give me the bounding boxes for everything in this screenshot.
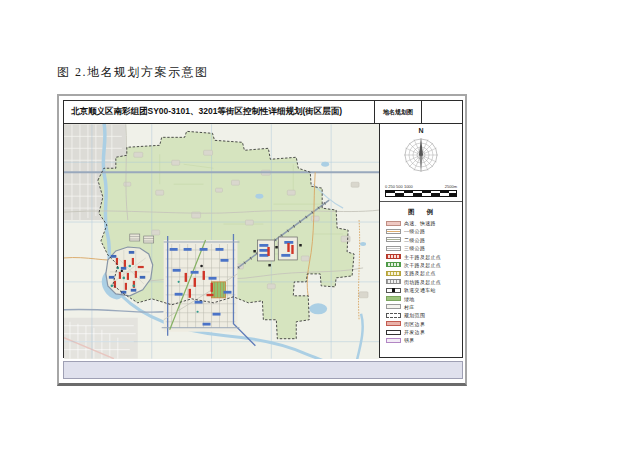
legend-item: 规划范围 (386, 312, 457, 318)
legend-label: 街坊路及起止点 (404, 279, 441, 285)
legend-item: 主干路及起止点 (386, 254, 457, 260)
document-page: 图 2.地名规划方案示意图 北京顺义区南彩组团SY00-3101、3201等街区… (0, 0, 640, 453)
legend-label: 主干路及起止点 (404, 254, 441, 260)
plan-sheet: 北京顺义区南彩组团SY00-3101、3201等街区控制性详细规划(街区层面) … (63, 100, 463, 358)
planning-map (64, 124, 379, 359)
legend-label: 一级公路 (404, 228, 425, 234)
legend-title: 图 例 (389, 208, 457, 217)
legend-swatch (386, 296, 401, 301)
legend-swatch (386, 338, 401, 343)
legend-swatch (386, 288, 401, 293)
legend-label: 绿地 (404, 296, 415, 302)
legend-item: 次干路及起止点 (386, 262, 457, 268)
sheet-label: 地名规划图 (374, 101, 421, 123)
legend-swatch (386, 221, 401, 226)
legend-label: 次干路及起止点 (404, 262, 441, 268)
pond-southeast (309, 303, 327, 314)
legend-label: 轨道交通车站 (404, 287, 436, 293)
legend-swatch (386, 262, 401, 267)
legend-label: 二级公路 (404, 237, 425, 243)
legend-label: 规划范围 (404, 312, 425, 318)
panel-divider (380, 201, 462, 202)
station-dot (200, 265, 203, 268)
scale-ticks: 0 250 500 1000 (385, 184, 413, 189)
legend-item: 高速、快速路 (386, 220, 457, 226)
station-dot (121, 270, 123, 272)
figure-caption: 图 2.地名规划方案示意图 (57, 64, 209, 81)
figure-frame: 北京顺义区南彩组团SY00-3101、3201等街区控制性详细规划(街区层面) … (57, 94, 467, 386)
legend-swatch (386, 330, 401, 335)
legend-item: 镇界 (386, 337, 457, 343)
legend-item: 二级公路 (386, 237, 457, 243)
legend-label: 支路及起止点 (404, 270, 436, 276)
legend-label: 村庄 (404, 304, 415, 310)
legend-swatch (386, 254, 401, 259)
legend-swatch (386, 321, 401, 326)
scale-bar: 0 250 500 1000 2500m (380, 183, 462, 201)
legend-item: 支路及起止点 (386, 270, 457, 276)
legend-item: 轨道交通车站 (386, 287, 457, 293)
legend-label: 街区边界 (404, 321, 425, 327)
sheet-title: 北京顺义区南彩组团SY00-3101、3201等街区控制性详细规划(街区层面) (64, 101, 374, 123)
legend-swatch (386, 229, 401, 234)
legend-panel: N (379, 124, 462, 357)
legend-item: 三级公路 (386, 245, 457, 251)
legend-swatch (386, 279, 401, 284)
legend-swatch (386, 304, 401, 309)
compass-rose-icon (400, 134, 442, 176)
legend-swatch (386, 246, 401, 251)
legend-label: 开发边界 (404, 329, 425, 335)
title-spacer-cell (421, 101, 462, 123)
legend-label: 镇界 (404, 337, 415, 343)
legend-item: 村庄 (386, 304, 457, 310)
legend-swatch (386, 237, 401, 242)
north-label: N (418, 127, 423, 134)
scale-end: 2500m (445, 184, 457, 189)
sheet-body: N (64, 124, 462, 357)
scale-bar-graphic (385, 190, 457, 197)
legend-item: 街区边界 (386, 321, 457, 327)
legend-item: 绿地 (386, 296, 457, 302)
urban-area-southwest (64, 318, 138, 359)
legend-label: 三级公路 (404, 245, 425, 251)
map-canvas (64, 124, 379, 359)
north-compass: N (380, 124, 462, 183)
legend-item: 一级公路 (386, 228, 457, 234)
legend-swatch (386, 271, 401, 276)
sheet-title-bar: 北京顺义区南彩组团SY00-3101、3201等街区控制性详细规划(街区层面) … (64, 101, 462, 124)
scale-labels: 0 250 500 1000 2500m (385, 184, 457, 189)
legend-item: 街坊路及起止点 (386, 279, 457, 285)
legend: 图 例 高速、快速路 一级公路 二级公路 三级公路 主干路及起止点 次干路及起止… (380, 204, 462, 346)
notes-strip (63, 361, 463, 379)
legend-label: 高速、快速路 (404, 220, 436, 226)
legend-swatch (386, 313, 401, 318)
legend-item: 开发边界 (386, 329, 457, 335)
